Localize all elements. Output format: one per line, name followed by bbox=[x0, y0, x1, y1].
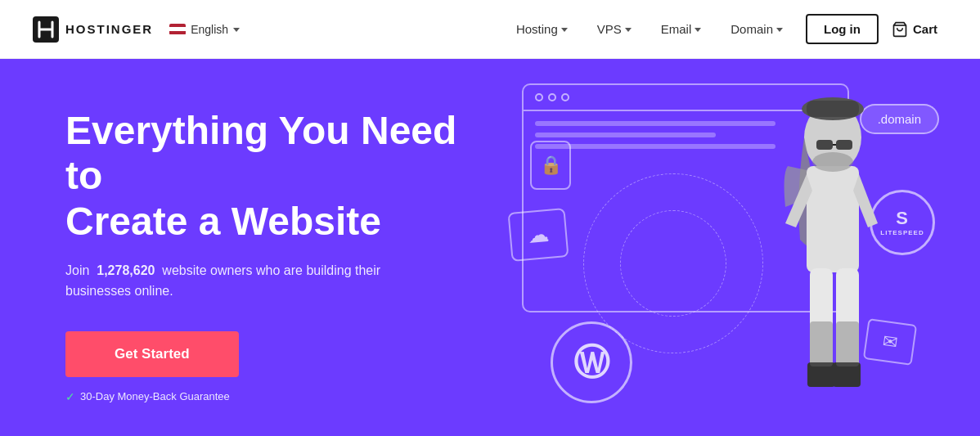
get-started-button[interactable]: Get Started bbox=[65, 331, 239, 377]
browser-line bbox=[535, 133, 716, 137]
logo-link[interactable]: HOSTINGER bbox=[33, 16, 153, 43]
browser-dot-1 bbox=[535, 93, 543, 101]
hero-count: 1,278,620 bbox=[97, 263, 155, 277]
browser-dot-2 bbox=[548, 93, 556, 101]
browser-line bbox=[535, 121, 775, 126]
language-chevron-icon bbox=[233, 28, 240, 32]
person-figure bbox=[751, 92, 906, 436]
hero-section: Everything You Need toCreate a Website J… bbox=[0, 59, 980, 436]
nav-vps[interactable]: VPS bbox=[584, 16, 645, 43]
lock-box: 🔒 bbox=[530, 141, 571, 190]
navbar: HOSTINGER English Hosting VPS Email Doma… bbox=[0, 0, 980, 59]
cloud-icon: ☁ bbox=[527, 221, 551, 248]
svg-point-15 bbox=[812, 152, 853, 172]
hero-illustration: .domain 🔒 ☁ Ⓦ S LITESPEED ✉ bbox=[456, 59, 980, 436]
cart-button[interactable]: Cart bbox=[882, 15, 947, 44]
svg-rect-5 bbox=[807, 166, 859, 272]
hero-subtitle: Join 1,278,620 website owners who are bu… bbox=[65, 260, 409, 302]
browser-line bbox=[535, 144, 775, 149]
hosting-chevron-icon bbox=[561, 28, 568, 32]
nav-hosting[interactable]: Hosting bbox=[503, 16, 581, 43]
hostinger-logo-icon bbox=[33, 16, 59, 43]
cloud-box: ☁ bbox=[508, 208, 569, 262]
check-icon: ✓ bbox=[65, 390, 75, 403]
hero-content: Everything You Need toCreate a Website J… bbox=[65, 92, 474, 403]
brand-name: HOSTINGER bbox=[65, 22, 153, 36]
domain-chevron-icon bbox=[776, 28, 783, 32]
lock-icon: 🔒 bbox=[540, 155, 562, 176]
nav-domain[interactable]: Domain bbox=[717, 16, 796, 43]
guarantee-text: ✓ 30-Day Money-Back Guarantee bbox=[65, 390, 474, 403]
email-chevron-icon bbox=[695, 28, 701, 32]
svg-rect-10 bbox=[810, 321, 833, 366]
svg-rect-13 bbox=[836, 140, 852, 150]
vps-chevron-icon bbox=[625, 28, 632, 32]
nav-email[interactable]: Email bbox=[648, 16, 715, 43]
login-button[interactable]: Log in bbox=[806, 14, 879, 44]
svg-rect-4 bbox=[807, 101, 859, 117]
wordpress-icon: Ⓦ bbox=[573, 339, 609, 387]
nav-links: Hosting VPS Email Domain Log in Cart bbox=[503, 14, 947, 44]
svg-rect-11 bbox=[836, 321, 859, 366]
language-label: English bbox=[191, 23, 228, 36]
dashed-circle-2 bbox=[620, 210, 726, 317]
cart-label: Cart bbox=[913, 22, 937, 36]
browser-dot-3 bbox=[561, 93, 569, 101]
hero-title: Everything You Need toCreate a Website bbox=[65, 108, 474, 244]
svg-rect-12 bbox=[816, 140, 833, 150]
flag-icon bbox=[169, 24, 186, 35]
language-selector[interactable]: English bbox=[169, 23, 240, 36]
cart-icon bbox=[892, 21, 908, 38]
person-svg bbox=[751, 92, 906, 436]
